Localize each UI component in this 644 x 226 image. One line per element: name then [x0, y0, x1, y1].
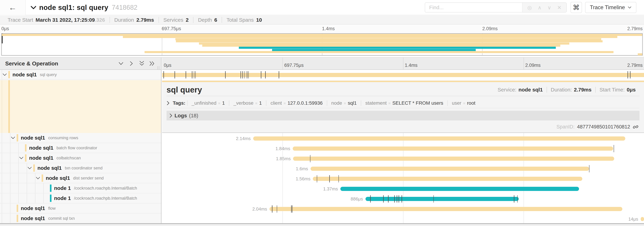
log-marker[interactable]: [186, 71, 186, 78]
span-duration-label: 14μs: [628, 216, 641, 222]
chevron-down-icon[interactable]: [19, 156, 24, 159]
indent-guide: [10, 153, 10, 163]
log-marker[interactable]: [329, 175, 330, 182]
panel-resize-handle[interactable]: ||: [157, 65, 160, 70]
span-tree-row[interactable]: node sql1batch flow coordinator: [0, 143, 161, 153]
log-marker[interactable]: [383, 195, 384, 202]
span-bar[interactable]: [162, 73, 644, 77]
collapse-all-icon[interactable]: [139, 61, 145, 67]
log-marker[interactable]: [192, 71, 192, 78]
span-tree-row[interactable]: node sql1consuming rows: [0, 133, 161, 143]
log-marker[interactable]: [434, 195, 434, 202]
span-tree-row[interactable]: node sql1dist sender send: [0, 173, 161, 183]
span-service-name: node sql1: [21, 135, 45, 141]
log-marker[interactable]: [242, 71, 243, 78]
find-input[interactable]: [425, 3, 522, 12]
clear-search-icon[interactable]: ✕: [557, 5, 562, 11]
span-bar-row[interactable]: 1.85ms: [162, 154, 644, 164]
span-tree-row[interactable]: node 1/cockroach.roachpb.Internal/Batch: [0, 193, 161, 203]
indent-guide: [2, 163, 2, 173]
indent-guide: [35, 173, 35, 183]
span-bar-row[interactable]: 2.14ms: [162, 133, 644, 144]
span-bar[interactable]: [641, 217, 644, 221]
span-tree-row[interactable]: node sql1commit sql txn: [0, 213, 161, 223]
chevron-down-icon[interactable]: [28, 166, 32, 170]
view-selector-button[interactable]: Trace Timeline: [585, 2, 636, 13]
log-marker[interactable]: [247, 71, 247, 78]
log-marker[interactable]: [517, 195, 518, 202]
log-marker[interactable]: [397, 195, 397, 202]
log-marker[interactable]: [292, 205, 293, 213]
log-marker[interactable]: [174, 71, 175, 78]
log-marker[interactable]: [398, 195, 399, 202]
span-bar-row[interactable]: [162, 70, 644, 80]
span-bar-row[interactable]: 1.56ms: [162, 174, 644, 184]
log-marker[interactable]: [394, 195, 395, 202]
log-marker[interactable]: [265, 71, 266, 78]
span-bar-row[interactable]: 1.6ms: [162, 164, 644, 174]
keyboard-shortcuts-button[interactable]: ⌘: [570, 2, 582, 13]
collapse-one-icon[interactable]: [118, 61, 124, 67]
log-marker[interactable]: [240, 71, 241, 78]
log-marker[interactable]: [317, 175, 317, 182]
next-match-icon[interactable]: ∨: [548, 5, 551, 11]
chevron-down-icon[interactable]: [36, 176, 40, 180]
log-marker[interactable]: [310, 155, 310, 162]
log-marker[interactable]: [614, 145, 614, 152]
prev-match-icon[interactable]: ∧: [538, 5, 542, 11]
log-marker[interactable]: [279, 71, 279, 78]
span-bar[interactable]: [293, 157, 614, 161]
log-marker[interactable]: [514, 195, 514, 202]
minimap-canvas[interactable]: [2, 33, 642, 56]
log-marker[interactable]: [291, 205, 292, 213]
log-marker[interactable]: [272, 205, 272, 213]
log-marker[interactable]: [402, 195, 402, 202]
span-bar[interactable]: [313, 177, 582, 181]
trace-minimap[interactable]: 0μs 697.75μs 1.4ms 2.09ms 2.79ms: [0, 25, 644, 58]
detail-start-time: Start Time: 0μs: [595, 87, 640, 93]
log-marker[interactable]: [195, 71, 196, 78]
log-marker[interactable]: [248, 71, 249, 78]
expand-all-icon[interactable]: [149, 61, 155, 67]
span-bar[interactable]: [340, 187, 579, 191]
span-bar-row-root[interactable]: [162, 70, 644, 80]
log-marker[interactable]: [277, 205, 277, 213]
log-marker[interactable]: [370, 195, 371, 202]
span-duration-label: 886μs: [350, 196, 365, 202]
span-tree-row[interactable]: node sql1flow: [0, 203, 161, 213]
log-marker[interactable]: [194, 71, 194, 78]
chevron-down-icon[interactable]: [2, 73, 7, 76]
back-button[interactable]: ←: [0, 0, 26, 15]
log-marker[interactable]: [261, 71, 261, 78]
log-marker[interactable]: [225, 71, 226, 78]
span-bar-row[interactable]: 2.04ms: [162, 204, 644, 214]
span-tree-row[interactable]: node sql1sql query: [0, 70, 161, 80]
chevron-down-icon[interactable]: [11, 136, 15, 139]
log-marker[interactable]: [388, 195, 388, 202]
span-bar-row[interactable]: 886μs: [162, 194, 644, 204]
log-marker[interactable]: [630, 71, 630, 78]
log-marker[interactable]: [338, 175, 339, 182]
expand-one-icon[interactable]: [128, 61, 134, 67]
span-tree-row[interactable]: node sql1txn coordinator send: [0, 163, 161, 173]
locate-icon[interactable]: ◎: [527, 5, 532, 11]
log-marker[interactable]: [628, 71, 628, 78]
span-bar-row[interactable]: 1.37ms: [162, 184, 644, 194]
span-bar[interactable]: [310, 167, 589, 171]
span-tree-row[interactable]: node 1/cockroach.roachpb.Internal/Batch: [0, 183, 161, 193]
span-bar[interactable]: [270, 207, 622, 211]
indent-guide: [2, 133, 2, 143]
log-marker[interactable]: [244, 71, 245, 78]
span-bar-row[interactable]: 1.84ms: [162, 144, 644, 154]
log-marker[interactable]: [589, 165, 590, 172]
minimap-row: [2, 43, 642, 45]
tags-accordion[interactable]: Tags: _unfinished=1 _verbose=1 client=12…: [166, 98, 640, 108]
deep-link-icon[interactable]: [633, 124, 639, 130]
span-bar[interactable]: [293, 146, 613, 151]
span-bar-row[interactable]: 14μs: [162, 214, 644, 224]
collapse-trace-chevron-icon[interactable]: [30, 6, 36, 10]
logs-accordion[interactable]: Logs (18): [166, 111, 640, 120]
span-bar[interactable]: [253, 136, 625, 141]
span-tree-row[interactable]: node sql1colbatchscan: [0, 153, 161, 163]
log-marker[interactable]: [164, 71, 164, 78]
